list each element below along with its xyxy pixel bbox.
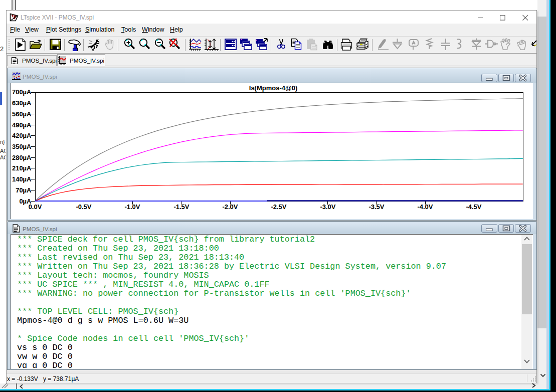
svg-text:210µA: 210µA [12, 164, 32, 172]
svg-text:490µA: 490µA [12, 121, 32, 129]
svg-text:-3.0V: -3.0V [320, 203, 335, 211]
svg-text:630µA: 630µA [12, 99, 32, 107]
svg-text:70µA: 70µA [16, 186, 32, 194]
svg-text:Is(Mpmos-4@0): Is(Mpmos-4@0) [249, 84, 297, 92]
svg-text:420µA: 420µA [12, 132, 32, 139]
svg-text:0.0V: 0.0V [29, 203, 42, 211]
svg-text:560µA: 560µA [12, 110, 32, 118]
svg-text:350µA: 350µA [12, 143, 32, 150]
svg-text:280µA: 280µA [12, 154, 32, 161]
svg-text:140µA: 140µA [12, 175, 32, 183]
svg-text:700µA: 700µA [12, 88, 32, 96]
